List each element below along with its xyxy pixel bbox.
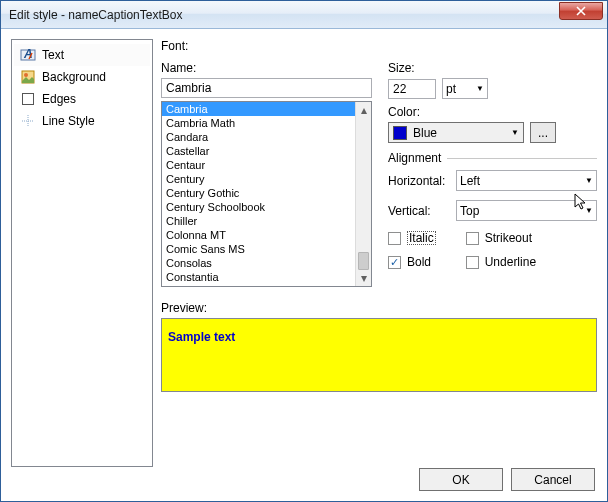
font-list-item[interactable]: Castellar xyxy=(162,144,355,158)
name-label: Name: xyxy=(161,61,372,75)
cancel-button[interactable]: Cancel xyxy=(511,468,595,491)
font-section-label: Font: xyxy=(161,39,597,53)
font-list-item[interactable]: Century xyxy=(162,172,355,186)
strikeout-label: Strikeout xyxy=(485,231,532,245)
button-bar: OK Cancel xyxy=(419,468,595,491)
ok-button[interactable]: OK xyxy=(419,468,503,491)
scroll-thumb[interactable] xyxy=(358,252,369,270)
checkbox-box xyxy=(466,232,479,245)
font-list-item[interactable]: Consolas xyxy=(162,256,355,270)
edges-icon xyxy=(20,91,36,107)
font-list-item[interactable]: Candara xyxy=(162,130,355,144)
bold-checkbox[interactable]: Bold xyxy=(388,255,436,269)
italic-label: Italic xyxy=(407,231,436,245)
sidebar-item-label: Background xyxy=(42,70,106,84)
sidebar-item-label: Line Style xyxy=(42,114,95,128)
color-swatch xyxy=(393,126,407,140)
font-list-item[interactable]: Cooper Black xyxy=(162,284,355,287)
color-more-button[interactable]: ... xyxy=(530,122,556,143)
underline-label: Underline xyxy=(485,255,536,269)
sidebar-item-edges[interactable]: Edges xyxy=(14,88,150,110)
chevron-down-icon: ▼ xyxy=(585,206,593,215)
color-value: Blue xyxy=(413,126,437,140)
group-rule xyxy=(447,158,597,159)
font-left-column: Name: CambriaCambria MathCandaraCastella… xyxy=(161,61,372,287)
svg-point-3 xyxy=(24,73,28,77)
sidebar-item-label: Text xyxy=(42,48,64,62)
main-panel: Font: Name: CambriaCambria MathCandaraCa… xyxy=(161,39,597,467)
color-combo[interactable]: Blue ▼ xyxy=(388,122,524,143)
scroll-up-button[interactable]: ▴ xyxy=(356,102,371,118)
size-unit-value: pt xyxy=(446,82,456,96)
horizontal-combo[interactable]: Left ▼ xyxy=(456,170,597,191)
close-icon xyxy=(576,6,586,16)
preview-text: Sample text xyxy=(168,330,235,344)
dialog-window: Edit style - nameCaptionTextBox A Text B… xyxy=(0,0,608,502)
font-list-item[interactable]: Colonna MT xyxy=(162,228,355,242)
sidebar-item-text[interactable]: A Text xyxy=(14,44,150,66)
size-label: Size: xyxy=(388,61,488,75)
font-list-item[interactable]: Centaur xyxy=(162,158,355,172)
color-label: Color: xyxy=(388,105,597,119)
chevron-down-icon: ▼ xyxy=(476,84,484,93)
font-list-item[interactable]: Cambria Math xyxy=(162,116,355,130)
sidebar-item-line-style[interactable]: Line Style xyxy=(14,110,150,132)
titlebar: Edit style - nameCaptionTextBox xyxy=(1,1,607,29)
size-unit-combo[interactable]: pt ▼ xyxy=(442,78,488,99)
preview-box: Sample text xyxy=(161,318,597,392)
vertical-combo[interactable]: Top ▼ xyxy=(456,200,597,221)
alignment-group-label: Alignment xyxy=(388,151,441,165)
font-name-input[interactable] xyxy=(161,78,372,98)
checkbox-box xyxy=(388,256,401,269)
horizontal-label: Horizontal: xyxy=(388,174,450,188)
sidebar-item-label: Edges xyxy=(42,92,76,106)
chevron-down-icon: ▼ xyxy=(585,176,593,185)
alignment-group: Alignment xyxy=(388,151,597,165)
svg-rect-4 xyxy=(23,94,34,105)
bold-label: Bold xyxy=(407,255,431,269)
dialog-content: A Text Background Edges xyxy=(1,29,607,501)
font-list-item[interactable]: Century Gothic xyxy=(162,186,355,200)
sidebar-item-background[interactable]: Background xyxy=(14,66,150,88)
italic-checkbox[interactable]: Italic xyxy=(388,231,436,245)
preview-label: Preview: xyxy=(161,301,597,315)
horizontal-value: Left xyxy=(460,174,480,188)
font-right-column: Size: pt ▼ Color: xyxy=(388,61,597,287)
vertical-label: Vertical: xyxy=(388,204,450,218)
text-icon: A xyxy=(20,47,36,63)
background-icon xyxy=(20,69,36,85)
strikeout-checkbox[interactable]: Strikeout xyxy=(466,231,536,245)
font-list-item[interactable]: Constantia xyxy=(162,270,355,284)
font-list[interactable]: CambriaCambria MathCandaraCastellarCenta… xyxy=(161,101,372,287)
font-list-item[interactable]: Century Schoolbook xyxy=(162,200,355,214)
window-title: Edit style - nameCaptionTextBox xyxy=(9,8,559,22)
scroll-down-button[interactable]: ▾ xyxy=(356,270,371,286)
font-list-scrollbar[interactable]: ▴ ▾ xyxy=(355,102,371,286)
font-list-item[interactable]: Comic Sans MS xyxy=(162,242,355,256)
category-sidebar: A Text Background Edges xyxy=(11,39,153,467)
size-input[interactable] xyxy=(388,79,436,99)
line-style-icon xyxy=(20,113,36,129)
close-button[interactable] xyxy=(559,2,603,20)
chevron-down-icon: ▼ xyxy=(511,128,519,137)
checkbox-box xyxy=(388,232,401,245)
vertical-value: Top xyxy=(460,204,479,218)
font-list-item[interactable]: Cambria xyxy=(162,102,355,116)
checkbox-box xyxy=(466,256,479,269)
underline-checkbox[interactable]: Underline xyxy=(466,255,536,269)
font-list-item[interactable]: Chiller xyxy=(162,214,355,228)
